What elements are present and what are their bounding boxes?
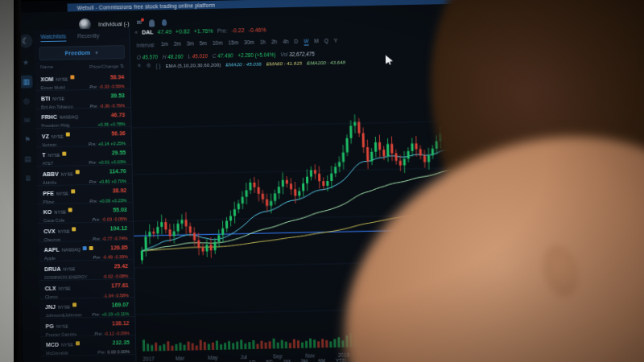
range-button-1m[interactable]: 1M xyxy=(283,359,291,362)
tab-watchlists[interactable]: Watchlists xyxy=(40,34,66,43)
tab-recently[interactable]: Recently xyxy=(77,33,99,42)
analysis-icon[interactable]: ⚑ xyxy=(21,133,34,146)
volume-bar xyxy=(260,341,262,349)
interval-button-M[interactable]: M xyxy=(314,38,319,45)
candle-body xyxy=(209,245,212,250)
interval-button-W[interactable]: W xyxy=(303,39,308,46)
interval-button-30m[interactable]: 30m xyxy=(244,39,254,47)
exchange: NYSE xyxy=(56,191,68,195)
ema20-label: EMA20 : xyxy=(225,61,245,67)
monitor-bezel xyxy=(14,0,21,362)
candle-body xyxy=(253,183,255,187)
range-button-ytd[interactable]: YTD xyxy=(336,358,346,362)
interval-button-D[interactable]: D xyxy=(294,39,298,46)
account-label[interactable]: Individual (-) xyxy=(98,20,130,27)
watchlist-row[interactable]: DRUANYSE25.42DOMINION ENERGY-0.02 -0.08% xyxy=(39,260,134,281)
interval-button-Q[interactable]: Q xyxy=(324,38,328,45)
watchlist-row[interactable]: CLXNYSE177.61Clorox-1.04 -0.58% xyxy=(39,278,134,299)
watchlist-row[interactable]: FRHCNASDAQ46.73Freedom Hldg+0.36 +0.78% xyxy=(35,108,130,129)
indicator-settings-icon[interactable]: ⚙ xyxy=(147,62,151,68)
watchlist-group-dropdown[interactable]: Freedom ▼ xyxy=(39,45,125,60)
symbol-group: PGNYSE xyxy=(45,319,68,331)
watchlist-row[interactable]: ABBVNYSE114.70AbbViePre:+0.80 +0.70% xyxy=(37,165,132,186)
ticker-symbol[interactable]: DAL xyxy=(142,29,154,35)
ema60-value: 41.815 xyxy=(287,60,302,65)
interval-button-4h[interactable]: 4h xyxy=(283,39,288,46)
volume-bar xyxy=(240,339,242,349)
interval-button-1h[interactable]: 1h xyxy=(260,39,266,47)
theme-icon[interactable] xyxy=(162,19,167,26)
notifications-bell-icon[interactable] xyxy=(149,19,155,27)
interval-button-2m[interactable]: 2m xyxy=(174,41,181,48)
watchlist-row[interactable]: PGNYSE138.12Procter GamblePre:-0.12 -0.0… xyxy=(39,317,134,338)
candle-body xyxy=(349,125,352,138)
mouse-cursor xyxy=(386,55,393,64)
range-button-6m[interactable]: 6M xyxy=(318,358,325,362)
column-price-change[interactable]: Price/Change ⇅ xyxy=(89,63,124,69)
candle-body xyxy=(411,143,413,150)
symbol-badge-icon xyxy=(68,208,72,212)
pre-change: -0.22 xyxy=(232,27,245,33)
candle-body xyxy=(298,191,300,195)
pre-change-pct: -0.46% xyxy=(249,27,266,33)
candle-body xyxy=(353,122,356,126)
volume-bar xyxy=(313,339,316,348)
high-value: 48.160 xyxy=(167,54,183,60)
discover-icon[interactable]: ◎ xyxy=(20,94,33,107)
symbol-group: BTINYSE xyxy=(41,92,65,103)
column-name[interactable]: Name xyxy=(40,64,53,70)
volume-bar xyxy=(269,341,271,348)
volume-bar xyxy=(236,342,238,350)
watchlist-row[interactable]: XOMNYSE58.94Exxon MobilPre:-0.33 -0.56% xyxy=(35,70,130,91)
interval-button-1m[interactable]: 1m xyxy=(161,41,168,48)
candle-body xyxy=(419,149,422,155)
interval-button-5m[interactable]: 5m xyxy=(200,40,207,47)
watchlist-row[interactable]: KONYSE55.03Coca-ColaPre:-0.03 -0.05% xyxy=(38,203,133,224)
low-value: 45.010 xyxy=(192,53,208,59)
candle-body xyxy=(378,142,381,150)
open-value: 45.570 xyxy=(142,54,158,60)
interval-button-15m[interactable]: 15m xyxy=(228,39,238,47)
watchlist-row[interactable]: JNJNYSE169.07Johnson&JohnsonPre:+0.19 +0… xyxy=(39,298,134,319)
trade-icon[interactable]: ▤ xyxy=(21,152,34,165)
company-name: Apple xyxy=(44,254,56,262)
price: 114.70 xyxy=(109,168,126,176)
mail-icon[interactable]: ✉ xyxy=(137,20,142,27)
volume-bar xyxy=(257,344,259,349)
vol-value: 32,672,475 xyxy=(289,51,315,57)
watchlist-row[interactable]: BTINYSE39.53Brit Am TobaccoPre:-0.30 -0.… xyxy=(35,89,130,110)
range-button-3m[interactable]: 3M xyxy=(300,359,308,362)
candle-body xyxy=(152,232,155,233)
watchlist-row[interactable]: AAPLNASDAQ126.85ApplePre:-0.49 -0.39% xyxy=(39,241,134,261)
watchlist-row[interactable]: MCDNYSE232.35McDonaldsPre:0.00 0.00% xyxy=(40,335,135,356)
volume-bar xyxy=(220,344,222,350)
volume-bar xyxy=(147,343,149,351)
volume-bar xyxy=(204,342,206,350)
indicator-code-icon[interactable]: { } xyxy=(155,63,160,68)
volume-bar xyxy=(163,344,165,351)
watchlist-row[interactable]: TNYSE29.55AT&TPre:+0.01 +0.03% xyxy=(36,146,131,167)
photo-scene: Webull - Commissions free stock trading … xyxy=(0,0,644,362)
change: Pre:+0.19 +0.11% xyxy=(92,310,129,319)
watchlist-row[interactable]: PFENYSE38.92PfizerPre:+0.09 +0.23% xyxy=(37,183,132,204)
markets-icon[interactable]: ▥ xyxy=(19,75,32,88)
interval-button-2h[interactable]: 2h xyxy=(271,39,277,46)
range-button-5d[interactable]: 5D xyxy=(266,359,273,362)
remove-indicator-icon[interactable]: ✕ xyxy=(137,63,142,69)
symbol-group: JNJNYSE xyxy=(45,300,76,311)
volume-bar xyxy=(281,340,283,349)
watchlist-star-icon[interactable]: ★ xyxy=(19,56,32,68)
candle-body xyxy=(431,149,434,155)
company-name: DOMINION ENERGY xyxy=(44,273,87,282)
watchlist-row[interactable]: VZNYSE56.36VerizonPre:+0.14 +0.25% xyxy=(36,127,131,148)
interval-button-3m[interactable]: 3m xyxy=(187,40,194,47)
price: 177.61 xyxy=(111,282,129,290)
community-icon[interactable]: ✉ xyxy=(20,113,33,126)
price: 232.35 xyxy=(113,339,130,347)
interval-button-10m[interactable]: 10m xyxy=(213,40,223,47)
collapse-icon[interactable]: « xyxy=(134,30,138,35)
watchlist-row[interactable]: CVXNYSE104.12ChevronPre:-0.77 -0.74% xyxy=(38,222,133,243)
ohlc-change: +2.280 (+5.04%) xyxy=(237,51,275,58)
menu-icon[interactable]: ≣ xyxy=(22,171,35,184)
interval-button-Y[interactable]: Y xyxy=(334,38,338,45)
